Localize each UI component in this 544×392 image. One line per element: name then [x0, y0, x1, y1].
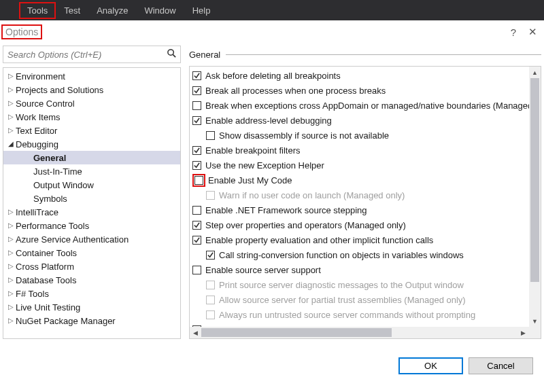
option-row[interactable]: Break when exceptions cross AppDomain or…: [192, 98, 541, 113]
option-row[interactable]: Enable breakpoint filters: [192, 143, 541, 158]
tree-item[interactable]: ▷Environment: [3, 69, 180, 83]
tree-item-label: Container Tools: [16, 248, 77, 258]
search-icon[interactable]: [167, 48, 177, 60]
svg-point-0: [168, 50, 173, 55]
chevron-right-icon[interactable]: ▷: [6, 277, 16, 283]
checkbox[interactable]: [206, 131, 215, 140]
vscroll-thumb[interactable]: [530, 78, 539, 282]
checkbox[interactable]: [192, 266, 201, 274]
option-label: Allow source server for partial trust as…: [219, 295, 466, 305]
checkbox[interactable]: [206, 251, 215, 260]
option-row[interactable]: Call string-conversion function on objec…: [192, 247, 541, 262]
chevron-right-icon[interactable]: ▷: [6, 127, 16, 134]
checkbox[interactable]: [192, 161, 201, 170]
option-row[interactable]: Enable property evaluation and other imp…: [192, 232, 541, 247]
scroll-left-icon[interactable]: ◀: [190, 327, 201, 338]
option-row: Allow source server for partial trust as…: [192, 292, 541, 307]
option-row: Warn if no user code on launch (Managed …: [192, 188, 541, 202]
tree-item[interactable]: ◢Debugging: [3, 137, 180, 151]
option-label: Break all processes when one process bre…: [205, 86, 386, 96]
tree-item[interactable]: ▷Text Editor: [3, 124, 180, 137]
checkbox[interactable]: [192, 236, 201, 245]
chevron-right-icon[interactable]: ▷: [6, 249, 16, 256]
option-row[interactable]: Show disassembly if source is not availa…: [192, 128, 541, 143]
cancel-button[interactable]: Cancel: [469, 357, 533, 374]
tree-item[interactable]: ▷Work Items: [3, 110, 180, 124]
option-row[interactable]: Enable source server support: [192, 262, 541, 277]
chevron-right-icon[interactable]: ▷: [6, 317, 16, 324]
menu-item-test[interactable]: Test: [56, 2, 88, 19]
tree-item-label: Symbols: [33, 194, 67, 204]
horizontal-scrollbar[interactable]: ◀ ▶: [190, 327, 529, 338]
checkbox[interactable]: [192, 71, 201, 80]
checkbox[interactable]: [192, 86, 201, 95]
chevron-right-icon[interactable]: ▷: [6, 263, 16, 270]
hscroll-thumb[interactable]: [201, 328, 392, 337]
chevron-right-icon[interactable]: ▷: [6, 100, 16, 107]
options-list[interactable]: Ask before deleting all breakpointsBreak…: [190, 67, 541, 338]
option-row[interactable]: Break all processes when one process bre…: [192, 83, 541, 98]
menu-item-help[interactable]: Help: [184, 2, 219, 19]
tree-item-label: Cross Platform: [16, 262, 74, 272]
dialog-footer: OK Cancel: [0, 339, 544, 392]
scroll-right-icon[interactable]: ▶: [517, 327, 529, 338]
tree-item[interactable]: Symbols: [3, 192, 180, 205]
tree-item[interactable]: ▷NuGet Package Manager: [3, 314, 180, 327]
chevron-right-icon[interactable]: ▷: [6, 304, 16, 310]
option-row[interactable]: Enable Just My Code: [192, 173, 541, 188]
tree-item[interactable]: ▷Container Tools: [3, 246, 180, 260]
checkbox[interactable]: [192, 101, 201, 110]
menu-item-analyze[interactable]: Analyze: [88, 2, 136, 19]
chevron-right-icon[interactable]: ▷: [6, 209, 16, 215]
tree-item[interactable]: Output Window: [3, 178, 180, 192]
chevron-right-icon[interactable]: ▷: [6, 86, 16, 93]
option-row[interactable]: Enable .NET Framework source stepping: [192, 202, 541, 217]
chevron-right-icon[interactable]: ▷: [6, 73, 16, 79]
tree-item[interactable]: ▷Performance Tools: [3, 219, 180, 232]
option-row[interactable]: Step over properties and operators (Mana…: [192, 217, 541, 232]
tree-item-label: Database Tools: [16, 275, 76, 285]
menu-item-window[interactable]: Window: [136, 2, 184, 19]
vertical-scrollbar[interactable]: ▲ ▼: [529, 67, 541, 327]
tree-item[interactable]: ▷Database Tools: [3, 273, 180, 287]
option-row[interactable]: Use the new Exception Helper: [192, 158, 541, 173]
tree-item[interactable]: General: [3, 151, 180, 164]
dialog-titlebar: Options ? ✕: [0, 20, 544, 43]
help-icon[interactable]: ?: [511, 26, 516, 38]
search-input[interactable]: [3, 46, 181, 63]
tree-item[interactable]: ▷Azure Service Authentication: [3, 232, 180, 246]
checkbox[interactable]: [192, 116, 201, 125]
tree-item-label: Environment: [16, 71, 65, 82]
menu-item-tools[interactable]: Tools: [19, 2, 56, 19]
tree-item[interactable]: ▷IntelliTrace: [3, 205, 180, 219]
category-tree[interactable]: ▷Environment▷Projects and Solutions▷Sour…: [3, 67, 181, 339]
tree-item[interactable]: ▷F# Tools: [3, 287, 180, 300]
tree-item[interactable]: ▷Cross Platform: [3, 260, 180, 273]
checkbox[interactable]: [192, 206, 201, 215]
chevron-right-icon[interactable]: ▷: [6, 222, 16, 229]
dialog-title: Options: [1, 24, 42, 39]
option-row[interactable]: Ask before deleting all breakpoints: [192, 68, 541, 83]
section-header: General: [189, 46, 541, 63]
tree-item[interactable]: ▷Source Control: [3, 96, 180, 110]
checkbox[interactable]: [194, 176, 203, 185]
chevron-right-icon[interactable]: ▷: [6, 236, 16, 243]
option-row[interactable]: Enable address-level debugging: [192, 113, 541, 128]
scroll-up-icon[interactable]: ▲: [529, 67, 541, 78]
tree-item[interactable]: ▷Projects and Solutions: [3, 83, 180, 96]
checkbox[interactable]: [192, 221, 201, 230]
chevron-right-icon[interactable]: ▷: [6, 290, 16, 297]
close-icon[interactable]: ✕: [528, 26, 537, 38]
checkbox[interactable]: [192, 146, 201, 155]
tree-item[interactable]: Just-In-Time: [3, 164, 180, 178]
chevron-down-icon[interactable]: ◢: [6, 141, 16, 147]
tree-item-label: Performance Tools: [16, 221, 89, 231]
vscroll-track[interactable]: [529, 78, 541, 315]
scroll-down-icon[interactable]: ▼: [529, 315, 541, 327]
tree-item[interactable]: ▷Live Unit Testing: [3, 300, 180, 314]
option-label: Show disassembly if source is not availa…: [219, 130, 389, 141]
option-label: Enable .NET Framework source stepping: [205, 205, 367, 215]
chevron-right-icon[interactable]: ▷: [6, 113, 16, 120]
ok-button[interactable]: OK: [398, 357, 463, 374]
hscroll-track[interactable]: [201, 327, 517, 338]
